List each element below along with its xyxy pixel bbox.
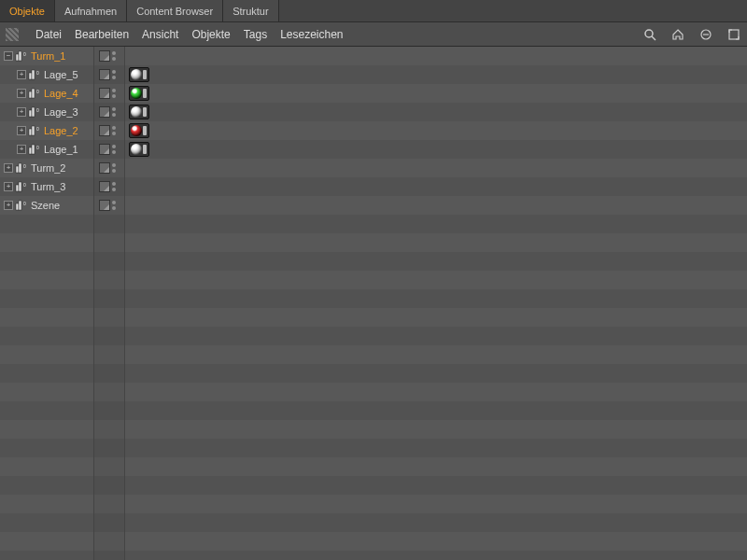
object-label[interactable]: Lage_1 (44, 144, 78, 155)
menu-bearbeiten[interactable]: Bearbeiten (75, 28, 129, 41)
tab-struktur[interactable]: Struktur (223, 0, 279, 21)
svg-rect-27 (19, 182, 21, 191)
layer-tag-icon[interactable] (99, 181, 110, 192)
tree-row[interactable]: −0Turm_1 (0, 47, 747, 65)
visibility-dots-icon[interactable] (112, 162, 120, 174)
null-object-icon: 0 (28, 125, 41, 136)
menu-ansicht[interactable]: Ansicht (142, 28, 178, 41)
layer-tag-icon[interactable] (99, 69, 110, 80)
panel-tabstrip: ObjekteAufnahmenContent BrowserStruktur (0, 0, 747, 22)
svg-rect-6 (19, 51, 21, 61)
maximize-icon[interactable] (726, 27, 741, 42)
visibility-dots-icon[interactable] (112, 69, 120, 80)
empty-row (0, 532, 747, 551)
empty-row (0, 495, 747, 513)
collapse-icon[interactable] (698, 27, 713, 42)
visibility-dots-icon[interactable] (112, 88, 120, 99)
expand-icon[interactable]: + (17, 70, 26, 79)
visibility-dots-icon[interactable] (112, 106, 120, 118)
svg-rect-9 (32, 70, 35, 79)
null-object-icon: 0 (28, 69, 41, 80)
svg-text:0: 0 (36, 70, 39, 76)
empty-row (0, 308, 747, 327)
svg-rect-11 (29, 91, 32, 98)
svg-text:0: 0 (23, 51, 26, 57)
empty-row (0, 252, 747, 271)
tree-row[interactable]: +0Turm_3 (0, 177, 747, 196)
tree-row[interactable]: +0Lage_4 (0, 84, 747, 103)
svg-point-0 (645, 30, 653, 37)
expand-icon[interactable]: + (17, 126, 26, 135)
object-label[interactable]: Turm_2 (31, 162, 66, 174)
svg-rect-18 (32, 126, 35, 135)
tree-content: −0Turm_1+0Lage_5+0Lage_4+0Lage_3+0Lage_2… (0, 47, 747, 560)
expand-icon[interactable]: + (4, 201, 13, 210)
expand-icon[interactable]: + (17, 107, 26, 117)
svg-rect-4 (729, 30, 739, 39)
expand-icon[interactable]: + (17, 89, 26, 98)
svg-rect-15 (32, 107, 35, 117)
layer-tag-icon[interactable] (99, 144, 110, 155)
visibility-dots-icon[interactable] (112, 181, 120, 192)
home-icon[interactable] (670, 27, 685, 42)
object-label[interactable]: Lage_2 (44, 125, 78, 136)
material-tag-icon[interactable] (129, 67, 149, 82)
svg-rect-23 (16, 166, 19, 173)
menu-datei[interactable]: Datei (35, 28, 62, 41)
empty-row (0, 215, 747, 233)
layer-tag-icon[interactable] (99, 200, 110, 211)
object-label[interactable]: Lage_4 (44, 88, 78, 99)
menu-objekte[interactable]: Objekte (191, 28, 230, 41)
object-label[interactable]: Szene (31, 200, 60, 211)
tab-aufnahmen[interactable]: Aufnahmen (55, 0, 127, 21)
svg-rect-5 (16, 54, 19, 61)
collapse-icon[interactable]: − (4, 51, 13, 61)
tab-content-browser[interactable]: Content Browser (127, 0, 223, 21)
svg-text:0: 0 (36, 89, 39, 94)
expand-icon[interactable]: + (17, 145, 26, 154)
empty-row (0, 457, 747, 476)
object-label[interactable]: Lage_5 (44, 69, 78, 80)
tree-row[interactable]: +0Szene (0, 196, 747, 215)
visibility-dots-icon[interactable] (112, 200, 120, 211)
visibility-dots-icon[interactable] (112, 144, 120, 155)
svg-text:0: 0 (36, 126, 39, 132)
material-tag-icon[interactable] (129, 123, 149, 138)
menu-lesezeichen[interactable]: Lesezeichen (280, 28, 343, 41)
search-icon[interactable] (642, 27, 657, 42)
null-object-icon: 0 (15, 200, 28, 211)
visibility-dots-icon[interactable] (112, 125, 120, 136)
svg-rect-21 (32, 145, 35, 154)
layer-tag-icon[interactable] (99, 162, 110, 174)
layer-tag-icon[interactable] (99, 88, 110, 99)
layer-tag-icon[interactable] (99, 50, 110, 62)
tree-row[interactable]: +0Lage_1 (0, 140, 747, 159)
null-object-icon: 0 (15, 181, 28, 192)
object-manager-window: ObjekteAufnahmenContent BrowserStruktur … (0, 0, 747, 560)
object-label[interactable]: Lage_3 (44, 106, 78, 118)
expand-icon[interactable]: + (4, 182, 13, 191)
object-tree[interactable]: −0Turm_1+0Lage_5+0Lage_4+0Lage_3+0Lage_2… (0, 47, 747, 560)
tab-objekte[interactable]: Objekte (0, 0, 55, 21)
expand-icon[interactable]: + (4, 163, 13, 173)
grip-icon[interactable] (6, 28, 19, 41)
object-label[interactable]: Turm_3 (31, 181, 66, 192)
svg-rect-14 (29, 110, 32, 117)
material-tag-icon[interactable] (129, 86, 149, 101)
visibility-dots-icon[interactable] (112, 50, 120, 62)
empty-row (0, 327, 747, 345)
layer-tag-icon[interactable] (99, 125, 110, 136)
tree-row[interactable]: +0Lage_3 (0, 103, 747, 121)
material-tag-icon[interactable] (129, 142, 149, 157)
material-tag-icon[interactable] (129, 105, 149, 119)
tree-row[interactable]: +0Lage_2 (0, 121, 747, 140)
layer-tag-icon[interactable] (99, 106, 110, 118)
tree-row[interactable]: +0Lage_5 (0, 65, 747, 84)
menubar: DateiBearbeitenAnsichtObjekteTagsLesezei… (0, 22, 747, 47)
null-object-icon: 0 (15, 50, 28, 62)
tree-row[interactable]: +0Turm_2 (0, 159, 747, 177)
empty-row (0, 551, 747, 560)
menu-tags[interactable]: Tags (244, 28, 267, 41)
object-label[interactable]: Turm_1 (31, 50, 66, 62)
svg-text:0: 0 (23, 163, 26, 169)
